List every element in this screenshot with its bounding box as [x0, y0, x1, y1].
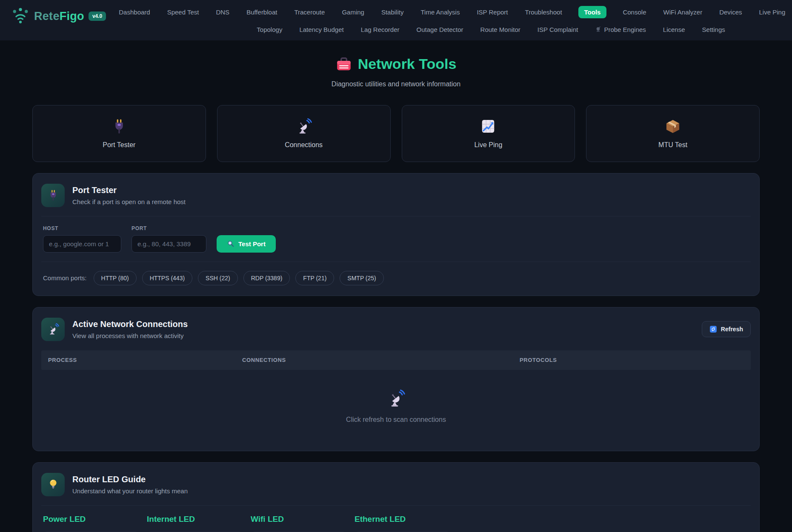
common-port-chip[interactable]: HTTP (80) [94, 271, 137, 285]
port-field-group: PORT [132, 225, 206, 253]
tool-card[interactable]: Connections [217, 105, 391, 162]
nav-item[interactable]: Lag Recorder [360, 24, 400, 35]
tool-card[interactable]: Port Tester [32, 105, 206, 162]
nav-item-label: Settings [702, 26, 725, 33]
port-input[interactable] [132, 235, 206, 253]
wifi-logo-icon [11, 7, 30, 26]
host-field-group: HOST [43, 225, 121, 253]
nav-item-label: License [663, 26, 685, 33]
nav-item[interactable]: Live Ping [758, 6, 786, 18]
refresh-button-label: Refresh [721, 326, 743, 333]
nav-item-label: Devices [719, 9, 742, 16]
nav-item-label: Lag Recorder [361, 26, 400, 33]
nav-item[interactable]: Devices [718, 6, 743, 18]
nav-item[interactable]: Time Analysis [420, 6, 460, 18]
nav-item[interactable]: Troubleshoot [524, 6, 563, 18]
led-group-title: Ethernet LED [355, 515, 451, 524]
tool-card-label: Port Tester [103, 141, 135, 149]
nav-item-label: Route Monitor [480, 26, 520, 33]
page-subtitle: Diagnostic utilities and network informa… [0, 80, 792, 88]
common-port-chip[interactable]: SSH (22) [198, 271, 238, 285]
nav-item[interactable]: Bufferbloat [246, 6, 278, 18]
nav-item[interactable]: Traceroute [293, 6, 326, 18]
led-guide-header: Router LED Guide Understand what your ro… [41, 473, 751, 496]
nav-item[interactable]: Dashboard [118, 6, 151, 18]
page-title: Network Tools [336, 56, 457, 72]
panel-icon-box [41, 184, 65, 207]
nav-item[interactable]: Settings [701, 24, 726, 35]
nav-item[interactable]: Probe Engines [594, 24, 646, 35]
brand-name: ReteFigo [34, 10, 84, 23]
host-label: HOST [43, 225, 121, 231]
led-group-title: Internet LED [147, 515, 243, 524]
led-guide-panel: Router LED Guide Understand what your ro… [32, 462, 760, 532]
nav-item-label: Dashboard [119, 9, 150, 16]
nav-item-label: Live Ping [759, 9, 786, 16]
tool-card-label: Connections [285, 141, 323, 149]
satellite-icon [387, 390, 405, 407]
nav-item-label: Latency Budget [299, 26, 343, 33]
nav-item-label: Stability [381, 9, 404, 16]
satellite-icon [47, 323, 59, 335]
panel-title: Port Tester [72, 185, 186, 195]
panel-icon-box [41, 318, 65, 341]
refresh-button[interactable]: Refresh [702, 321, 751, 337]
nav-item-label: Gaming [342, 9, 364, 16]
toolbox-icon [336, 56, 352, 72]
connections-panel: Active Network Connections View all proc… [32, 307, 760, 451]
common-port-chip[interactable]: FTP (21) [295, 271, 334, 285]
nav-item[interactable]: Stability [380, 6, 405, 18]
connections-empty-state: Click refresh to scan connections [41, 370, 751, 441]
nav-item[interactable]: DNS [215, 6, 230, 18]
common-port-chip[interactable]: SMTP (25) [340, 271, 383, 285]
divider [41, 505, 751, 506]
port-tester-header: Port Tester Check if a port is open on a… [41, 184, 751, 207]
led-group: Wifi LED solid green WiFi is enabled [251, 515, 347, 532]
nav-item[interactable]: License [662, 24, 686, 35]
panel-subtitle: Check if a port is open on a remote host [72, 198, 186, 205]
nav-item-label: Time Analysis [420, 9, 460, 16]
nav-item[interactable]: WiFi Analyzer [662, 6, 703, 18]
nav-item[interactable]: Latency Budget [298, 24, 344, 35]
nav-item[interactable]: ISP Complaint [537, 24, 579, 35]
nav-item[interactable]: Outage Detector [416, 24, 464, 35]
connections-header: Active Network Connections View all proc… [41, 318, 751, 341]
quick-tool-cards: Port Tester Connections Live Ping MTU Te… [0, 105, 792, 162]
nav-item[interactable]: Speed Test [166, 6, 200, 18]
common-port-chip[interactable]: RDP (3389) [243, 271, 290, 285]
tool-card[interactable]: Live Ping [402, 105, 575, 162]
common-port-chip[interactable]: HTTPS (443) [142, 271, 192, 285]
nav-item[interactable]: Gaming [341, 6, 365, 18]
nav-item[interactable]: Topology [256, 24, 283, 35]
refresh-icon [709, 325, 717, 333]
panel-icon-box [41, 473, 65, 496]
nav-item-label: Traceroute [294, 9, 325, 16]
plug-icon [47, 189, 59, 201]
empty-state-text: Click refresh to scan connections [41, 416, 751, 424]
brand-logo[interactable]: ReteFigo v4.0 [11, 7, 106, 26]
host-input[interactable] [43, 235, 121, 253]
nav-item[interactable]: ISP Report [476, 6, 509, 18]
tool-card-icon [111, 118, 127, 134]
table-column-header: CONNECTIONS [242, 357, 520, 363]
table-column-header: PROCESS [48, 357, 242, 363]
nav-item-label: Tools [584, 9, 601, 16]
bulb-icon [47, 478, 59, 490]
magnifier-icon [227, 240, 234, 248]
nav-item-label: Console [623, 9, 646, 16]
nav-item[interactable]: Route Monitor [480, 24, 521, 35]
nav-item[interactable]: Console [622, 6, 647, 18]
main-nav: Dashboard Speed Test DNS Bufferbloat Tra… [106, 4, 792, 35]
panel-title: Router LED Guide [72, 475, 188, 484]
version-badge: v4.0 [89, 11, 106, 21]
nav-row-1: Dashboard Speed Test DNS Bufferbloat Tra… [118, 6, 792, 18]
page-hero: Network Tools Diagnostic utilities and n… [0, 56, 792, 88]
probe-engines-icon [595, 26, 601, 33]
tool-card[interactable]: MTU Test [586, 105, 760, 162]
led-group: Power LED solid green Router is powered … [43, 515, 139, 532]
test-port-button[interactable]: Test Port [217, 235, 276, 253]
panel-subtitle: View all processes with network activity [72, 332, 188, 339]
table-column-header: PROTOCOLS [520, 357, 751, 363]
nav-item[interactable]: Tools [578, 6, 607, 18]
nav-item-label: DNS [216, 9, 229, 16]
